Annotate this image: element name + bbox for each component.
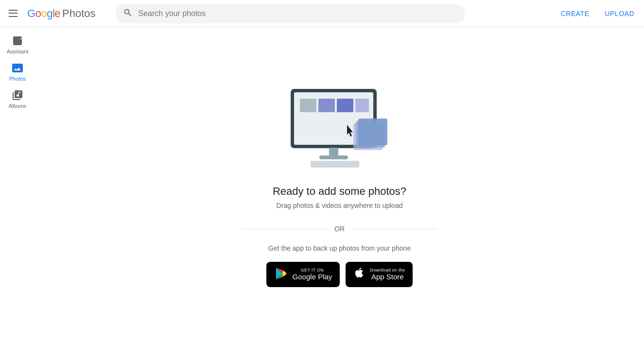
create-button[interactable]: CREATE [559,6,592,21]
sidebar-item-albums-label: Albums [9,103,27,109]
svg-rect-3 [318,99,335,112]
google-play-text: GET IT ON Google Play [293,268,332,281]
app-store-sub: Download on the [370,268,405,273]
app-subtitle: Get the app to back up photos from your … [268,244,411,252]
search-icon [123,8,133,19]
logo-google: Google [27,7,60,20]
logo-photos: Photos [62,7,96,20]
logo[interactable]: Google Photos [27,7,96,20]
google-play-button[interactable]: GET IT ON Google Play [266,262,340,287]
or-line-right [352,229,437,229]
google-play-main: Google Play [293,273,332,281]
header-right: CREATE UPLOAD [559,6,636,21]
photos-icon [12,62,23,74]
main-content: Ready to add some photos? Drag photos & … [35,27,644,342]
or-line-left [243,229,327,229]
empty-state-title: Ready to add some photos? [273,185,406,198]
svg-rect-4 [337,99,353,112]
svg-rect-6 [329,148,338,156]
upload-button[interactable]: UPLOAD [603,6,636,21]
sidebar-item-assistant[interactable]: Assistant [0,31,35,58]
svg-rect-2 [300,99,316,112]
hamburger-menu-icon[interactable] [8,8,19,19]
sidebar-item-photos[interactable]: Photos [0,58,35,86]
or-text: OR [327,225,352,233]
svg-rect-7 [319,155,348,159]
assistant-icon [12,35,23,47]
app-store-button[interactable]: Download on the App Store [346,262,413,287]
sidebar-item-photos-label: Photos [9,76,26,82]
sidebar-item-albums[interactable]: Albums [0,86,35,113]
or-divider: OR [243,225,437,233]
search-bar [115,4,465,23]
empty-state-subtitle: Drag photos & videos anywhere to upload [277,202,403,209]
header-left: Google Photos [8,7,96,20]
app-store-text: Download on the App Store [370,268,405,281]
apple-icon [353,267,365,282]
svg-rect-8 [311,161,359,168]
svg-rect-5 [355,99,369,112]
search-input[interactable] [139,9,457,18]
sidebar: Assistant Photos Albums [0,27,35,342]
upload-illustration [286,82,393,170]
empty-state: Ready to add some photos? Drag photos & … [223,63,456,307]
albums-icon [12,89,23,101]
app-buttons: GET IT ON Google Play Download on the Ap… [266,262,413,287]
google-play-sub: GET IT ON [293,268,332,273]
header: Google Photos CREATE UPLOAD [0,0,644,27]
sidebar-item-assistant-label: Assistant [7,49,29,54]
google-play-icon [274,267,288,282]
svg-rect-11 [358,119,387,145]
app-store-main: App Store [370,273,405,281]
